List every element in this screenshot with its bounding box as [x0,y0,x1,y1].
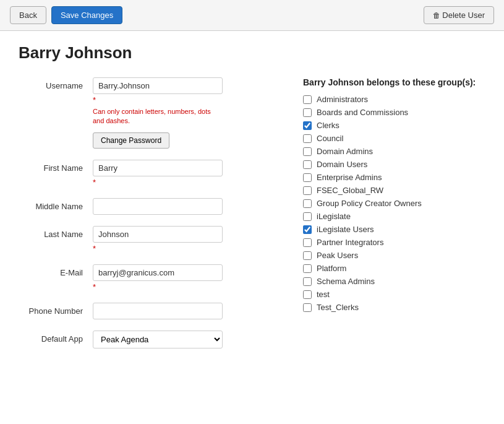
groups-section: Barry Johnson belongs to these group(s):… [303,77,485,316]
group-label[interactable]: Partner Integrators [317,238,383,247]
group-checkbox-council[interactable] [303,134,312,143]
delete-user-button[interactable]: Delete User [424,6,494,24]
group-item: Administrators [303,95,485,104]
firstname-required: * [93,178,278,187]
group-checkbox-partner-integrators[interactable] [303,238,312,247]
lastname-row: Last Name * [19,226,278,253]
middlename-label: Middle Name [19,198,93,211]
group-item: Council [303,134,485,143]
group-label[interactable]: Enterprise Admins [317,173,382,182]
defaultapp-row: Default App Peak Agenda iLegislate Board… [19,331,278,348]
firstname-row: First Name * [19,160,278,187]
group-checkbox-boards-and-commissions[interactable] [303,108,312,117]
group-item: Peak Users [303,251,485,260]
group-checkbox-enterprise-admins[interactable] [303,173,312,182]
group-item: Domain Users [303,160,485,169]
group-item: iLegislate [303,212,485,221]
group-label[interactable]: Test_Clerks [317,303,359,312]
group-label[interactable]: Schema Admins [317,277,375,286]
firstname-label: First Name [19,160,93,173]
group-label[interactable]: Domain Users [317,160,367,169]
username-hint: Can only contain letters, numbers, dots … [93,107,223,126]
username-row: Username * Can only contain letters, num… [19,77,278,149]
top-bar: Back Save Changes Delete User [0,0,504,31]
group-label[interactable]: Boards and Commissions [317,108,408,117]
lastname-required: * [93,244,278,253]
top-bar-right: Delete User [424,6,494,24]
group-checkbox-test[interactable] [303,290,312,299]
group-label[interactable]: FSEC_Global_RW [317,186,383,195]
group-item: FSEC_Global_RW [303,186,485,195]
lastname-field-wrap: * [93,226,278,253]
group-checkbox-domain-users[interactable] [303,160,312,169]
group-item: test [303,290,485,299]
email-required: * [93,282,278,292]
email-row: E-Mail * [19,264,278,292]
group-label[interactable]: Group Policy Creator Owners [317,199,422,208]
group-checkbox-domain-admins[interactable] [303,147,312,156]
username-required: * [93,95,278,105]
change-password-button[interactable]: Change Password [93,132,169,149]
username-field-wrap: * Can only contain letters, numbers, dot… [93,77,278,149]
lastname-input[interactable] [93,226,223,243]
group-checkbox-fsec_global_rw[interactable] [303,186,312,195]
group-item: Group Policy Creator Owners [303,199,485,208]
back-button[interactable]: Back [10,6,46,24]
firstname-input[interactable] [93,160,223,176]
page-title: Barry Johnson [19,43,485,63]
group-checkbox-clerks[interactable] [303,121,312,130]
group-checkbox-peak-users[interactable] [303,251,312,260]
group-label[interactable]: Platform [317,264,346,273]
phone-field-wrap [93,303,278,319]
group-label[interactable]: Clerks [317,121,340,130]
email-label: E-Mail [19,264,93,277]
group-label[interactable]: Domain Admins [317,147,373,156]
page-content: Barry Johnson Username * Can only contai… [0,31,504,372]
firstname-field-wrap: * [93,160,278,187]
form-section: Username * Can only contain letters, num… [19,77,278,360]
group-label[interactable]: Council [317,134,343,143]
phone-label: Phone Number [19,303,93,316]
email-input[interactable] [93,264,223,281]
group-item: Enterprise Admins [303,173,485,182]
group-label[interactable]: iLegislate Users [317,225,374,234]
top-bar-left: Back Save Changes [10,6,122,24]
group-item: Test_Clerks [303,303,485,312]
group-label[interactable]: Administrators [317,95,368,104]
group-checkbox-ilegislate-users[interactable] [303,225,312,234]
group-item: Partner Integrators [303,238,485,247]
group-item: Schema Admins [303,277,485,286]
defaultapp-field-wrap: Peak Agenda iLegislate Boards [93,331,278,348]
middlename-row: Middle Name [19,198,278,215]
group-label[interactable]: iLegislate [317,212,351,221]
defaultapp-label: Default App [19,331,93,344]
group-label[interactable]: test [317,290,330,299]
group-item: Domain Admins [303,147,485,156]
defaultapp-select[interactable]: Peak Agenda iLegislate Boards [93,331,223,348]
middlename-input[interactable] [93,198,223,215]
group-checkbox-test_clerks[interactable] [303,303,312,312]
group-label[interactable]: Peak Users [317,251,358,260]
groups-list: AdministratorsBoards and CommissionsCler… [303,95,485,312]
group-item: Platform [303,264,485,273]
group-item: Clerks [303,121,485,130]
groups-title: Barry Johnson belongs to these group(s): [303,77,485,87]
main-layout: Username * Can only contain letters, num… [19,77,485,360]
group-item: Boards and Commissions [303,108,485,117]
group-checkbox-administrators[interactable] [303,95,312,104]
phone-row: Phone Number [19,303,278,319]
lastname-label: Last Name [19,226,93,239]
group-checkbox-schema-admins[interactable] [303,277,312,286]
group-checkbox-platform[interactable] [303,264,312,273]
username-label: Username [19,77,93,90]
phone-input[interactable] [93,303,223,319]
group-item: iLegislate Users [303,225,485,234]
save-changes-button[interactable]: Save Changes [51,6,122,24]
email-field-wrap: * [93,264,278,292]
username-input[interactable] [93,77,223,94]
group-checkbox-ilegislate[interactable] [303,212,312,221]
middlename-field-wrap [93,198,278,215]
group-checkbox-group-policy-creator-owners[interactable] [303,199,312,208]
